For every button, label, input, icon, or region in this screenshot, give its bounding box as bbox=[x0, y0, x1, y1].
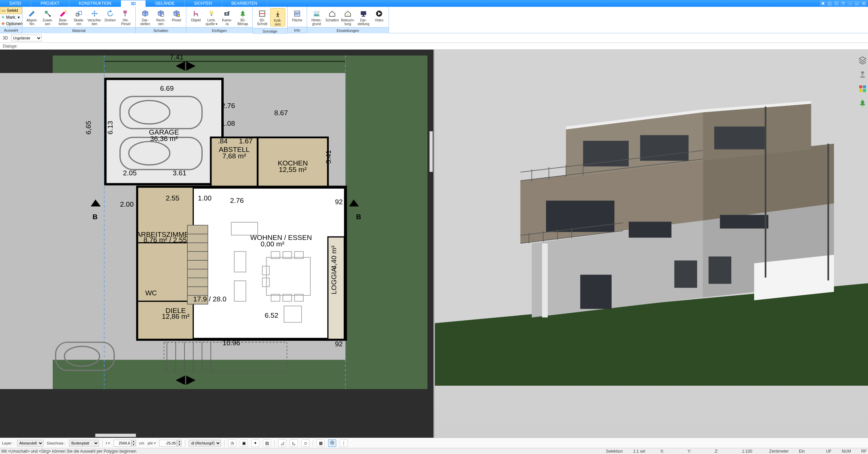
window-icon[interactable]: ▢ bbox=[827, 1, 833, 6]
hinpinsel-button[interactable]: Hin. Pinsel bbox=[118, 8, 133, 26]
phi-spinner[interactable]: ▲▼ bbox=[159, 440, 182, 447]
flaeche-button[interactable]: Fläche bbox=[290, 8, 305, 25]
rechnen-label: Rech- nen bbox=[156, 18, 166, 26]
menu-tab-datei[interactable]: DATEI bbox=[0, 0, 31, 7]
rotate-icon bbox=[106, 9, 114, 18]
svg-rect-147 bbox=[720, 215, 768, 228]
plan-2d-viewport[interactable]: 7.41 6.69 GARAGE 36,36 m² 2.05 3.61 ABST… bbox=[0, 50, 435, 438]
skalieren-button[interactable]: Skalie- ren bbox=[71, 8, 86, 26]
zuweisen-button[interactable]: Zuwei- sen bbox=[40, 8, 55, 26]
tool-2-icon[interactable]: ▣ bbox=[240, 439, 248, 447]
svg-text:36,36 m²: 36,36 m² bbox=[150, 135, 178, 142]
svg-rect-146 bbox=[629, 222, 671, 238]
kamera-button[interactable]: Kame- ra bbox=[220, 8, 235, 26]
menu-tab-3d[interactable]: 3D bbox=[121, 0, 146, 7]
svg-text:0,00 m²: 0,00 m² bbox=[260, 240, 284, 248]
plan-horizontal-scrollbar[interactable] bbox=[95, 434, 136, 437]
pinsel-button[interactable]: Pinsel bbox=[169, 8, 184, 26]
tree-icon[interactable] bbox=[858, 99, 867, 107]
bearbeiten-button[interactable]: Bear- beiten bbox=[56, 8, 71, 26]
copy-icon[interactable]: ☐ bbox=[833, 1, 839, 6]
optionen-button[interactable]: ✚ Optionen bbox=[0, 20, 22, 27]
menu-tab-konstruktion[interactable]: KONSTRUKTION bbox=[69, 0, 121, 7]
lichtquelle-button[interactable]: Licht- quelle ▾ bbox=[204, 8, 219, 26]
snap-1-icon[interactable]: ◿ bbox=[278, 439, 286, 447]
tool-3-icon[interactable]: ✦ bbox=[251, 439, 259, 447]
close-icon[interactable]: ✕ bbox=[861, 1, 867, 6]
more-icon[interactable]: ⋮ bbox=[340, 439, 348, 447]
l-spinner[interactable]: ▲▼ bbox=[114, 440, 136, 447]
menu-tab-bearbeiten[interactable]: BEARBEITEN bbox=[222, 0, 267, 7]
snap-3-icon[interactable]: ◇ bbox=[301, 439, 309, 447]
help-icon[interactable]: ? bbox=[840, 1, 846, 6]
schnitt3d-button[interactable]: 3D- Schnitt bbox=[255, 8, 270, 27]
plus-icon: ✚ bbox=[1, 21, 5, 26]
menu-tab-projekt[interactable]: PROJEKT bbox=[31, 0, 69, 7]
l-input[interactable] bbox=[114, 440, 131, 447]
abgreifen-button[interactable]: Abgrei- fen bbox=[24, 8, 39, 26]
tools-icon[interactable]: ✖ bbox=[820, 1, 826, 6]
brush-icon bbox=[122, 9, 130, 18]
terrain-select[interactable]: Urgelände bbox=[11, 35, 42, 41]
ribbon-group-title: Info bbox=[288, 27, 307, 33]
geschoss-select[interactable]: Bodenplatt bbox=[69, 440, 99, 447]
video-button[interactable]: Video bbox=[372, 8, 387, 26]
drehen-button[interactable]: Drehen bbox=[103, 8, 118, 26]
grid-icon[interactable]: ▦ bbox=[317, 439, 325, 447]
beleuchtung-button[interactable]: Beleuch- tung bbox=[340, 8, 355, 26]
menu-tab-sichten[interactable]: SICHTEN bbox=[185, 0, 222, 7]
chair-icon bbox=[192, 9, 200, 18]
svg-text:LOGGIA: LOGGIA bbox=[330, 267, 338, 294]
palette-icon[interactable] bbox=[858, 85, 867, 93]
ribbon-group-title: Sonstige bbox=[253, 28, 287, 34]
north-icon[interactable]: Ⓝ bbox=[328, 439, 336, 447]
bottom-toolbar: Layer : Abstandsflä Geschoss : Bodenplat… bbox=[0, 438, 868, 448]
phi-up[interactable]: ▲ bbox=[177, 440, 182, 443]
move-icon bbox=[91, 9, 98, 18]
scale-icon bbox=[75, 9, 83, 18]
kollision-button[interactable]: Kolli- sion bbox=[270, 8, 285, 27]
bitmap3d-label: 3D- Bitmap bbox=[237, 18, 248, 26]
snap-2-icon[interactable]: ◺ bbox=[290, 439, 298, 447]
objekt-button[interactable]: Objekt bbox=[188, 8, 203, 26]
layers-icon[interactable] bbox=[858, 56, 867, 64]
clock-icon[interactable]: ◷ bbox=[228, 439, 236, 447]
plan-vertical-scrollbar[interactable] bbox=[429, 131, 433, 172]
mark-mode-button[interactable]: ✶ Mark. ▾ bbox=[0, 14, 22, 20]
select-mode-button[interactable]: ▭ Selekt bbox=[0, 7, 22, 14]
status-uf: UF bbox=[826, 449, 832, 454]
l-down[interactable]: ▼ bbox=[131, 443, 136, 447]
ribbon-group-title: Einstellungen bbox=[307, 27, 389, 33]
layer-select[interactable]: Abstandsflä bbox=[17, 440, 44, 447]
darstellen-button[interactable]: Dar- stellen bbox=[138, 8, 153, 26]
phi-input[interactable] bbox=[159, 440, 177, 447]
svg-text:7,68 m²: 7,68 m² bbox=[222, 152, 246, 160]
chevron-down-icon: ▾ bbox=[18, 15, 20, 20]
status-ein: Ein bbox=[799, 449, 816, 454]
menu-tab-gelände[interactable]: GELÄNDE bbox=[146, 0, 184, 7]
minimize-icon[interactable]: – bbox=[847, 1, 853, 6]
svg-text:.84: .84 bbox=[218, 137, 228, 145]
bitmap3d-button[interactable]: 3D- Bitmap bbox=[235, 8, 250, 26]
svg-rect-138 bbox=[714, 126, 765, 149]
lamp-icon[interactable] bbox=[858, 70, 867, 78]
status-hint: Mit <Umschalt> und <Strg> können Sie die… bbox=[1, 449, 136, 454]
svg-text:6.69: 6.69 bbox=[160, 84, 174, 92]
direction-select[interactable]: dl (Richtung/Di bbox=[189, 440, 221, 447]
maximize-icon[interactable]: □ bbox=[854, 1, 860, 6]
svg-text:1.08: 1.08 bbox=[221, 119, 235, 127]
svg-rect-73 bbox=[187, 225, 208, 304]
hintergrund-button[interactable]: Hinter- grund bbox=[309, 8, 324, 26]
l-up[interactable]: ▲ bbox=[131, 440, 136, 443]
tool-4-icon[interactable]: ▤ bbox=[263, 439, 271, 447]
svg-rect-154 bbox=[674, 260, 697, 287]
mark-label: Mark. bbox=[6, 15, 16, 20]
verschieben-button[interactable]: Verschie- ben bbox=[87, 8, 102, 26]
svg-text:1.67: 1.67 bbox=[239, 137, 253, 145]
view-3d-viewport[interactable] bbox=[435, 50, 868, 438]
verschieben-label: Verschie- ben bbox=[87, 18, 102, 26]
rechnen-button[interactable]: Rech- nen bbox=[153, 8, 168, 26]
darstellung-button[interactable]: Dar- stellung bbox=[356, 8, 371, 26]
schatten-button[interactable]: Schatten bbox=[325, 8, 340, 26]
phi-down[interactable]: ▼ bbox=[177, 443, 182, 447]
